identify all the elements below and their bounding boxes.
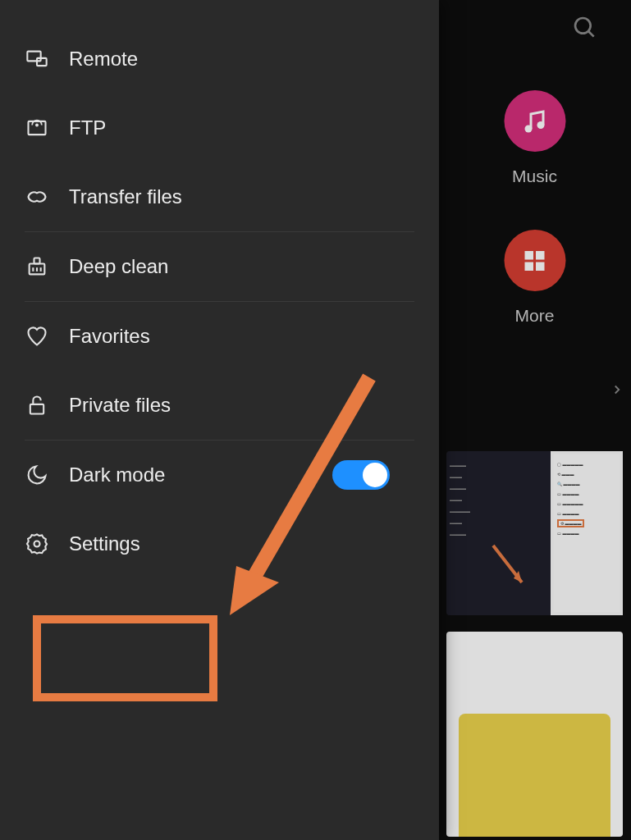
menu-label: Remote (69, 48, 138, 71)
svg-point-3 (537, 121, 545, 129)
menu-item-dark-mode[interactable]: Dark mode (0, 441, 439, 509)
menu-item-remote[interactable]: Remote (0, 25, 439, 94)
more-icon (504, 230, 565, 291)
category-music[interactable]: Music (504, 90, 565, 186)
svg-rect-10 (27, 52, 40, 62)
svg-rect-19 (30, 404, 43, 414)
svg-rect-11 (37, 58, 47, 66)
svg-rect-12 (29, 121, 46, 135)
ftp-icon (25, 116, 49, 140)
svg-rect-7 (536, 262, 545, 271)
heart-icon (25, 324, 49, 349)
menu-label: Deep clean (69, 255, 168, 278)
menu-item-ftp[interactable]: FTP (0, 94, 439, 162)
dark-mode-toggle[interactable] (332, 460, 390, 490)
remote-icon (25, 47, 49, 71)
svg-point-2 (525, 125, 533, 132)
transfer-icon (25, 185, 49, 209)
moon-icon (25, 463, 49, 487)
menu-label: Dark mode (69, 463, 165, 486)
music-label: Music (504, 167, 565, 186)
more-label: More (504, 306, 565, 326)
recent-chevron[interactable] (444, 373, 624, 406)
settings-icon (25, 532, 49, 556)
category-more[interactable]: More (504, 230, 565, 326)
svg-rect-5 (536, 251, 545, 260)
svg-rect-4 (525, 251, 534, 260)
menu-item-favorites[interactable]: Favorites (0, 302, 439, 371)
menu-item-settings[interactable]: Settings (0, 509, 439, 578)
music-icon (504, 90, 565, 152)
menu-label: Private files (69, 394, 171, 417)
svg-line-1 (588, 31, 594, 37)
backdrop-content: Music More ▬▬▬▬▬▬▬▬▬▬▬▬▬▬▬▬▬▬▬▬▬▬▬▬▬▬ ▢ … (438, 0, 631, 840)
menu-item-transfer[interactable]: Transfer files (0, 162, 439, 231)
menu-label: FTP (69, 116, 106, 139)
svg-point-13 (36, 125, 38, 126)
recent-thumbnail-1[interactable]: ▬▬▬▬▬▬▬▬▬▬▬▬▬▬▬▬▬▬▬▬▬▬▬▬▬▬ ▢ ▬▬▬▬▬⟲ ▬▬▬🔍… (446, 451, 623, 615)
svg-point-0 (575, 18, 591, 34)
lock-icon (25, 393, 49, 418)
recent-thumbnail-2[interactable] (446, 632, 623, 837)
menu-item-private-files[interactable]: Private files (0, 371, 439, 440)
menu-label: Favorites (69, 325, 150, 348)
menu-label: Transfer files (69, 185, 182, 208)
menu-item-deep-clean[interactable]: Deep clean (0, 232, 439, 301)
broom-icon (25, 254, 49, 279)
search-icon[interactable] (572, 15, 598, 44)
menu-label: Settings (69, 532, 140, 555)
svg-point-20 (34, 541, 40, 547)
navigation-drawer: Remote FTP Transfer files Deep clean Fav… (0, 0, 439, 840)
svg-rect-6 (525, 262, 534, 271)
